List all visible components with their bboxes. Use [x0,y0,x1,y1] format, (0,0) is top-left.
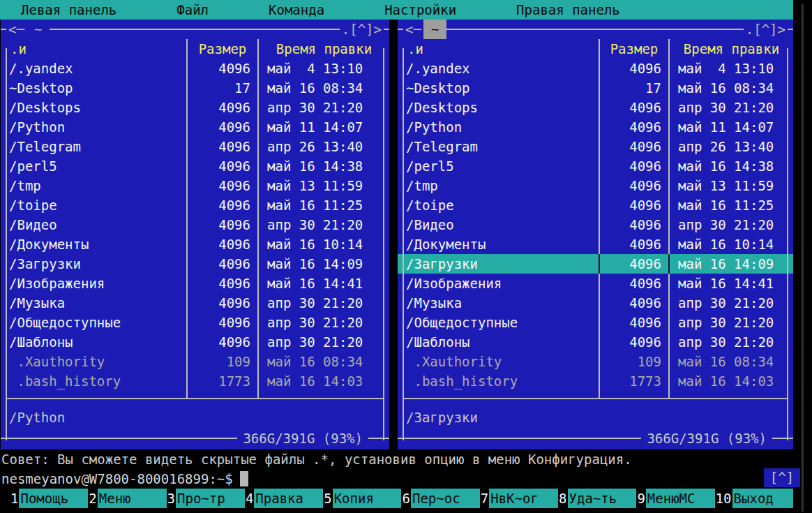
fkey-3[interactable]: 3Про~тр [167,489,245,508]
menu-item-5[interactable]: Правая панель [516,0,620,20]
column-header-time[interactable]: Время правки [257,39,389,59]
file-name: /toipe [398,195,599,215]
fkey-9[interactable]: 9МенюМС [636,489,714,508]
file-row[interactable]: /Загрузки4096май 16 14:09 [1,254,389,274]
file-row[interactable]: /perl54096май 16 14:38 [398,156,793,176]
column-header-row: .и Имя Размер Время правки [398,39,793,59]
panel-top-border: <─ ~ .[^]> [1,20,389,39]
file-size: 4096 [186,254,257,274]
file-row[interactable]: /perl54096май 16 14:38 [1,156,389,176]
file-row[interactable]: /Desktops4096апр 30 21:20 [1,98,389,117]
file-size: 4096 [599,313,668,332]
file-row[interactable]: /Документы4096май 16 10:14 [398,235,793,254]
mini-status: /Загрузки [398,406,793,429]
file-name: /Общедоступные [1,313,186,332]
file-row[interactable]: .bash_history1773май 16 14:03 [1,371,389,391]
column-header-time[interactable]: Время правки [668,39,793,59]
panel-bottom-border: 366G/391G (93%) [398,429,793,448]
file-row[interactable]: /Общедоступные4096апр 30 21:20 [1,313,389,332]
file-size: 4096 [599,117,668,137]
shell-prompt: nesmeyanov@W7800-800016899:~$ [1,469,233,489]
column-header-name[interactable]: .и Имя [1,39,186,59]
column-header-size[interactable]: Размер [186,39,257,59]
file-size: 109 [599,352,668,371]
file-row[interactable]: /Telegram4096апр 26 13:40 [1,137,389,156]
history-arrow-icon[interactable]: <─ [403,20,423,39]
column-header-size[interactable]: Размер [599,39,668,59]
file-row[interactable]: /Python4096май 11 14:07 [1,117,389,137]
file-time: апр 30 21:20 [257,293,389,313]
file-size: 4096 [186,215,257,235]
file-size: 4096 [186,137,257,156]
menu-item-4[interactable]: Настройки [384,0,456,20]
file-size: 4096 [599,176,668,195]
file-row[interactable]: /Изображения4096май 16 14:41 [1,274,389,293]
file-time: апр 30 21:20 [257,313,389,332]
history-arrow-icon[interactable]: <─ [6,20,27,39]
file-name: .Xauthority [398,352,599,371]
file-row[interactable]: /Шаблоны4096апр 30 21:20 [398,332,793,352]
file-row[interactable]: ~Desktop17май 16 08:34 [1,78,389,98]
fkey-8[interactable]: 8Уда~ть [558,489,636,508]
file-time: май 16 14:38 [257,156,389,176]
fkey-5[interactable]: 5Копия [323,489,401,508]
file-row[interactable]: ~Desktop17май 16 08:34 [398,78,793,98]
file-time: май 16 10:14 [668,235,793,254]
fkey-7[interactable]: 7НвК~ог [480,489,558,508]
file-row[interactable]: /tmp4096май 13 11:59 [398,176,793,195]
fkey-label: Правка [254,489,323,508]
dir-up-button[interactable]: .[^]> [744,20,788,39]
file-size: 4096 [186,176,257,195]
fkey-6[interactable]: 6Пер~ос [401,489,479,508]
file-time: май 16 14:41 [668,274,793,293]
fkey-1[interactable]: 1Помощь [10,489,88,508]
file-time: май 16 08:34 [668,352,793,371]
command-line[interactable]: nesmeyanov@W7800-800016899:~$ [1,469,248,489]
file-row[interactable]: .Xauthority109май 16 08:34 [1,352,389,371]
panel-path[interactable]: ~ [423,20,446,39]
file-row[interactable]: /Общедоступные4096апр 30 21:20 [398,313,793,332]
fkey-10[interactable]: 10Выход [715,489,793,508]
separator-line [6,398,384,399]
fkey-2[interactable]: 2Меню [88,489,166,508]
menu-item-1[interactable]: Левая панель [21,0,116,20]
fkey-number: 10 [715,489,732,508]
file-row[interactable]: /Telegram4096апр 26 13:40 [398,137,793,156]
file-time: май 16 14:38 [668,156,793,176]
border-line [403,438,641,439]
file-row[interactable]: /Музыка4096апр 30 21:20 [398,293,793,313]
file-row[interactable]: /Python4096май 11 14:07 [398,117,793,137]
fkey-4[interactable]: 4Правка [245,489,323,508]
file-row[interactable]: /.yandex4096май 4 13:10 [1,59,389,78]
file-row[interactable]: /Видео4096апр 30 21:20 [1,215,389,235]
column-header-name[interactable]: .и Имя [398,39,599,59]
file-row[interactable]: /Документы4096май 16 10:14 [1,235,389,254]
file-row[interactable]: /Видео4096апр 30 21:20 [398,215,793,235]
file-row[interactable]: /Изображения4096май 16 14:41 [398,274,793,293]
fkey-number: 1 [10,489,19,508]
file-row[interactable]: .bash_history1773май 16 14:03 [398,371,793,391]
scrollbar[interactable] [802,4,804,512]
file-name: ~Desktop [1,78,186,98]
file-row[interactable]: /toipe4096май 16 11:25 [398,195,793,215]
file-size: 17 [186,78,257,98]
file-row[interactable]: .Xauthority109май 16 08:34 [398,352,793,371]
file-row[interactable]: /tmp4096май 13 11:59 [1,176,389,195]
menu-item-2[interactable]: Файл [176,0,209,20]
file-row[interactable]: /Шаблоны4096апр 30 21:20 [1,332,389,352]
panel-path[interactable]: ~ [27,20,50,39]
file-row[interactable]: /Desktops4096апр 30 21:20 [398,98,793,117]
file-size: 4096 [186,332,257,352]
file-row[interactable]: /Музыка4096апр 30 21:20 [1,293,389,313]
file-name: /Desktops [1,98,186,117]
file-time: май 11 14:07 [668,117,793,137]
dir-up-button[interactable]: .[^]> [340,20,384,39]
menu-item-3[interactable]: Команда [269,0,324,20]
file-row[interactable]: /.yandex4096май 4 13:10 [398,59,793,78]
file-time: май 16 14:09 [668,254,793,274]
fkey-number: 3 [167,489,176,508]
file-row[interactable]: /Загрузки4096май 16 14:09 [398,254,793,274]
panel-toggle-button[interactable]: [^] [764,468,800,487]
fkey-number: 2 [88,489,97,508]
file-row[interactable]: /toipe4096май 16 11:25 [1,195,389,215]
